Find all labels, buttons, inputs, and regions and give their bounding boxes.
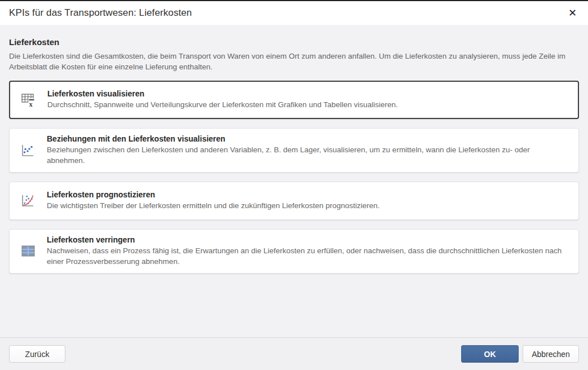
footer-right-buttons: OK Abbrechen [461,345,579,363]
option-description: Durchschnitt, Spannweite und Verteilungs… [47,100,569,111]
ok-button[interactable]: OK [461,345,519,363]
option-card-reduce-costs[interactable]: Lieferkosten verringern Nachweisen, dass… [9,229,579,274]
option-description: Die wichtigsten Treiber der Lieferkosten… [47,201,569,212]
dialog-footer: Zurück OK Abbrechen [0,337,588,370]
dialog-titlebar: KPIs für das Transportwesen: Lieferkoste… [0,1,588,25]
dialog-content: Lieferkosten Die Lieferkosten sind die G… [0,25,588,337]
section-description: Die Lieferkosten sind die Gesamtkosten, … [9,51,579,72]
close-icon[interactable]: ✕ [566,7,579,19]
option-description: Beziehungen zwischen den Lieferkosten un… [47,145,569,166]
svg-text:x: x [29,100,33,108]
option-card-text: Lieferkosten visualisieren Durchschnitt,… [47,89,569,111]
table-mean-icon: x [10,92,47,108]
option-card-visualize-costs[interactable]: x Lieferkosten visualisieren Durchschnit… [9,81,579,119]
option-description: Nachweisen, dass ein Prozess fähig ist, … [47,246,569,267]
trend-forecast-icon [10,193,47,209]
cancel-button[interactable]: Abbrechen [523,345,579,363]
option-title: Lieferkosten visualisieren [47,89,569,98]
option-card-forecast-costs[interactable]: Lieferkosten prognostizieren Die wichtig… [9,182,579,220]
option-card-text: Lieferkosten prognostizieren Die wichtig… [47,190,569,212]
option-card-text: Beziehungen mit den Lieferkosten visuali… [47,134,569,166]
back-button[interactable]: Zurück [9,345,65,363]
option-title: Lieferkosten verringern [47,235,569,244]
capability-table-icon [10,243,47,259]
option-title: Beziehungen mit den Lieferkosten visuali… [47,134,569,143]
option-title: Lieferkosten prognostizieren [47,190,569,199]
scatter-plot-icon [10,143,47,158]
option-card-visualize-relationships[interactable]: Beziehungen mit den Lieferkosten visuali… [9,128,579,173]
section-heading: Lieferkosten [9,37,579,47]
dialog-title: KPIs für das Transportwesen: Lieferkoste… [9,7,192,19]
option-card-text: Lieferkosten verringern Nachweisen, dass… [47,235,569,267]
